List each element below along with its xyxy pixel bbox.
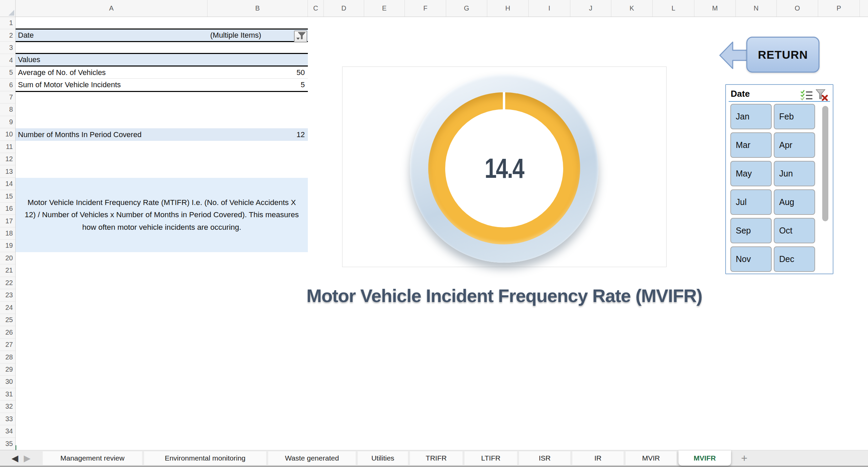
pivot-row-months[interactable]: Number of Months In Period Covered 12 [16, 128, 308, 141]
column-header-K[interactable]: K [611, 0, 653, 17]
pivot-row-value: 12 [297, 130, 305, 139]
row-header-6[interactable]: 6 [0, 79, 15, 91]
row-header-20[interactable]: 20 [0, 252, 15, 264]
row-header-1[interactable]: 1 [0, 17, 15, 29]
row-header-32[interactable]: 32 [0, 400, 15, 413]
slicer-month-sep[interactable]: Sep [730, 218, 772, 243]
row-header-28[interactable]: 28 [0, 351, 15, 363]
slicer-month-aug[interactable]: Aug [774, 189, 815, 215]
sheet-tab-environmental-monitoring[interactable]: Environmental monitoring [144, 451, 266, 465]
sheet-tab-ltifr[interactable]: LTIFR [465, 451, 517, 465]
return-button[interactable]: RETURN [746, 37, 820, 73]
row-header-23[interactable]: 23 [0, 289, 15, 301]
return-arrow-icon[interactable] [719, 41, 748, 70]
clear-filter-icon[interactable] [816, 89, 828, 101]
pivot-date-value: (Multiple Items) [210, 31, 261, 40]
column-header-J[interactable]: J [570, 0, 611, 17]
slicer-month-jun[interactable]: Jun [774, 161, 815, 186]
row-header-29[interactable]: 29 [0, 363, 15, 376]
slicer-month-feb[interactable]: Feb [774, 104, 815, 129]
row-header-27[interactable]: 27 [0, 339, 15, 351]
column-header-C[interactable]: C [308, 0, 324, 17]
column-header-B[interactable]: B [208, 0, 308, 17]
slicer-month-nov[interactable]: Nov [730, 246, 772, 272]
row-header-21[interactable]: 21 [0, 264, 15, 277]
row-header-12[interactable]: 12 [0, 153, 15, 165]
description-line: Motor Vehicle Incident Frequency Rate (M… [27, 197, 296, 209]
row-header-2[interactable]: 2 [0, 29, 15, 41]
column-header-G[interactable]: G [446, 0, 487, 17]
tab-scroll-right-icon[interactable] [24, 452, 31, 464]
row-header-19[interactable]: 19 [0, 240, 15, 252]
row-header-17[interactable]: 17 [0, 215, 15, 227]
row-header-7[interactable]: 7 [0, 91, 15, 104]
column-header-A[interactable]: A [16, 0, 208, 17]
row-header-3[interactable]: 3 [0, 42, 15, 54]
sheet-tab-ir[interactable]: IR [572, 451, 624, 465]
slicer-month-jan[interactable]: Jan [730, 104, 772, 129]
slicer-month-mar[interactable]: Mar [730, 132, 772, 158]
column-header-I[interactable]: I [529, 0, 570, 17]
pivot-date-label: Date [16, 31, 34, 40]
sheet-tab-mvifr[interactable]: MVIFR [678, 450, 731, 466]
column-header-H[interactable]: H [487, 0, 529, 17]
column-header-O[interactable]: O [777, 0, 818, 17]
column-header-N[interactable]: N [736, 0, 777, 17]
row-header-24[interactable]: 24 [0, 302, 15, 314]
row-header-18[interactable]: 18 [0, 227, 15, 240]
pivot-row-vehicles[interactable]: Average of No. of Vehicles 50 [16, 67, 308, 79]
row-header-14[interactable]: 14 [0, 178, 15, 190]
pivot-values-header[interactable]: Values [16, 53, 308, 67]
row-header-34[interactable]: 34 [0, 425, 15, 437]
column-header-F[interactable]: F [405, 0, 446, 17]
sheet-tab-waste-generated[interactable]: Waste generated [268, 451, 356, 465]
select-all-corner[interactable] [0, 0, 16, 17]
row-header-10[interactable]: 10 [0, 128, 15, 141]
select-all-icon [8, 10, 14, 16]
slicer-month-jul[interactable]: Jul [730, 189, 772, 215]
sheet-tab-trifr[interactable]: TRIFR [410, 451, 462, 465]
slicer-month-apr[interactable]: Apr [774, 132, 815, 158]
donut-gauge: 14.4 [410, 74, 598, 263]
sheet-tab-isr[interactable]: ISR [519, 451, 570, 465]
gauge-center: 14.4 [445, 109, 563, 227]
row-header-4[interactable]: 4 [0, 54, 15, 66]
column-headers: ABCDEFGHIJKLMNOP [0, 0, 868, 17]
row-header-22[interactable]: 22 [0, 277, 15, 289]
multi-select-icon[interactable] [800, 89, 813, 101]
row-header-15[interactable]: 15 [0, 190, 15, 202]
row-header-31[interactable]: 31 [0, 388, 15, 400]
column-header-P[interactable]: P [818, 0, 860, 17]
slicer-header-divider [729, 101, 830, 102]
row-header-13[interactable]: 13 [0, 165, 15, 178]
slicer-month-dec[interactable]: Dec [774, 246, 815, 272]
row-header-33[interactable]: 33 [0, 413, 15, 425]
row-header-30[interactable]: 30 [0, 376, 15, 388]
slicer-scrollbar[interactable] [822, 106, 828, 221]
pivot-row-incidents[interactable]: Sum of Motor Vehicle Incidents 5 [16, 79, 308, 92]
tab-scroll-left-icon[interactable] [12, 452, 18, 464]
new-sheet-button[interactable]: + [735, 451, 753, 465]
column-header-E[interactable]: E [364, 0, 405, 17]
row-header-11[interactable]: 11 [0, 141, 15, 153]
row-header-25[interactable]: 25 [0, 314, 15, 326]
row-header-9[interactable]: 9 [0, 116, 15, 128]
slicer-month-may[interactable]: May [730, 161, 772, 186]
row-header-5[interactable]: 5 [0, 67, 15, 79]
chart-area: 14.4 [342, 67, 667, 267]
row-header-26[interactable]: 26 [0, 326, 15, 338]
pivot-values-label: Values [16, 55, 40, 64]
column-header-M[interactable]: M [694, 0, 736, 17]
row-header-35[interactable]: 35 [0, 438, 15, 450]
column-header-L[interactable]: L [653, 0, 694, 17]
pivot-row-value: 50 [297, 68, 305, 77]
slicer-month-oct[interactable]: Oct [774, 218, 815, 243]
sheet-tab-mvir[interactable]: MVIR [626, 451, 676, 465]
row-header-16[interactable]: 16 [0, 203, 15, 215]
sheet-tab-management-review[interactable]: Management review [43, 451, 142, 465]
sheet-tab-utilities[interactable]: Utilities [358, 451, 408, 465]
pivot-date-row[interactable]: Date (Multiple Items) [16, 29, 308, 42]
column-header-D[interactable]: D [324, 0, 364, 17]
pivot-filter-button[interactable] [294, 31, 307, 42]
row-header-8[interactable]: 8 [0, 104, 15, 116]
